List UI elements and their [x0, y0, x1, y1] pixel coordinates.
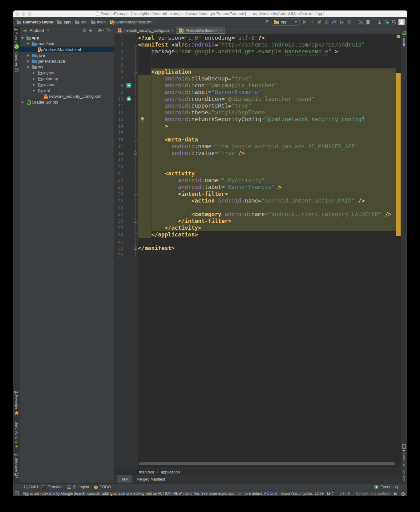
tree-item-mipmap[interactable]: mipmap — [20, 76, 114, 82]
avd-manager-button[interactable] — [364, 18, 372, 26]
bottom-tab-text[interactable]: Text — [117, 475, 132, 483]
sdk-manager-button[interactable] — [376, 18, 383, 26]
attach-debugger-button[interactable] — [338, 18, 345, 26]
profile-button[interactable] — [323, 18, 331, 26]
close-icon[interactable]: × — [171, 29, 174, 32]
tool-window-button-structure[interactable]: 7: Structure — [13, 453, 20, 480]
status-bar: App is not indexable by Google Search; c… — [13, 490, 407, 496]
navbar-item-androidmanifest-xml[interactable]: AndroidManifest.xml — [110, 19, 152, 25]
tree-collapse-icon[interactable] — [26, 60, 30, 63]
encoding-widget[interactable]: UTF-8 — [340, 490, 350, 496]
tool-window-button-gradle[interactable]: Gradle — [401, 28, 407, 48]
lock-icon[interactable] — [393, 491, 397, 496]
code-token: = — [228, 75, 232, 82]
tree-item-xml[interactable]: xml — [20, 88, 114, 93]
code-token: : — [195, 143, 198, 150]
tree-expand-icon[interactable] — [32, 89, 35, 92]
fold-end-icon[interactable] — [134, 151, 137, 155]
tree-expand-icon[interactable] — [26, 42, 30, 45]
sync-gradle-button[interactable] — [357, 18, 364, 26]
event-log-button[interactable]: 2Event Log — [374, 484, 398, 490]
tool-window-button-device-file-explorer[interactable]: Device File Explorer — [401, 442, 407, 482]
code-token: xmlns — [171, 41, 188, 48]
search-everywhere-button[interactable] — [390, 18, 398, 26]
tree-item-androidmanifest-xml[interactable]: AndroidManifest.xml — [20, 47, 114, 52]
fold-end-icon[interactable] — [134, 246, 137, 250]
fold-start-icon[interactable] — [134, 171, 137, 175]
fold-end-icon[interactable] — [134, 219, 137, 223]
code-token: <?xml — [138, 35, 158, 41]
tool-window-button-favorites[interactable]: 2: Favorites — [13, 390, 20, 417]
project-view-selector[interactable]: Android — [22, 27, 49, 34]
tree-item-manifests[interactable]: manifests — [20, 41, 114, 47]
fold-start-icon[interactable] — [134, 192, 137, 196]
tree-item-app[interactable]: app — [20, 35, 114, 41]
tree-item-network-security-config-xml[interactable]: network_security_config.xml — [20, 93, 114, 99]
navbar-item-src[interactable]: src — [75, 19, 86, 24]
tree-collapse-icon[interactable] — [32, 72, 35, 75]
navbar-item-label: main — [97, 20, 106, 24]
tree-expand-icon[interactable] — [21, 36, 24, 39]
code-token: networkSecurityConfig — [191, 116, 261, 122]
tool-window-button-project[interactable]: 1: Project — [13, 27, 20, 51]
line-number: 26 — [114, 204, 123, 211]
tool-window-button-build[interactable]: 0110Build — [23, 484, 38, 490]
intention-bulb-icon[interactable] — [140, 117, 144, 122]
gear-button[interactable] — [98, 28, 104, 33]
layout-inspector-button[interactable] — [383, 18, 390, 26]
line-number: 8 — [114, 82, 123, 89]
tree-item-values[interactable]: values — [20, 82, 114, 88]
tree-item-res[interactable]: res — [20, 64, 114, 70]
tool-window-button-6-logcat[interactable]: 6: Logcat — [67, 484, 89, 490]
locate-button[interactable] — [82, 28, 87, 32]
close-icon[interactable]: × — [220, 29, 223, 32]
tree-collapse-icon[interactable] — [21, 101, 24, 104]
tree-collapse-icon[interactable] — [26, 54, 30, 57]
run-configuration-select[interactable]: app — [272, 18, 300, 26]
launcher-round-gutter-icon[interactable] — [126, 96, 131, 101]
breadcrumb-application[interactable]: application — [161, 470, 180, 474]
fold-start-icon[interactable] — [134, 43, 137, 47]
editor[interactable]: 1234567891011121314151617181920212223242… — [114, 34, 401, 468]
tree-collapse-icon[interactable] — [32, 83, 35, 86]
code-token: : — [188, 96, 192, 102]
tool-window-button-captures[interactable]: Captures — [13, 51, 20, 74]
navbar-item-app[interactable]: app — [57, 19, 71, 24]
bottom-tab-merged-manifest[interactable]: Merged Manifest — [132, 475, 169, 483]
tree-item-layout[interactable]: layout — [20, 70, 114, 76]
context-widget[interactable]: Context: <no context> — [356, 490, 391, 496]
profiler-button[interactable] — [331, 18, 338, 26]
launcher-square-gutter-icon[interactable] — [126, 83, 131, 88]
fold-end-icon[interactable] — [134, 232, 137, 236]
fold-start-icon[interactable] — [134, 137, 137, 141]
navbar-item-main[interactable]: main — [91, 19, 106, 24]
collapse-all-button[interactable] — [89, 28, 93, 33]
tree-item-java[interactable]: java — [20, 52, 114, 58]
highlighting-level-icon[interactable] — [401, 491, 405, 496]
apply-changes-button[interactable] — [309, 18, 316, 26]
editor-tab-androidmanifest-xml[interactable]: AndroidManifest.xml× — [176, 27, 225, 34]
user-avatar-button[interactable] — [398, 18, 405, 26]
hide-panel-button[interactable] — [107, 28, 111, 32]
tool-window-button-terminal[interactable]: Terminal — [42, 484, 62, 490]
debug-button[interactable] — [316, 18, 323, 26]
tree-expand-icon[interactable] — [26, 66, 30, 69]
tree-item-label: java — [38, 53, 45, 58]
error-stripe-highlight-region[interactable] — [396, 73, 401, 236]
tree-item-gradle-scripts[interactable]: Gradle Scripts — [20, 99, 114, 105]
make-project-button[interactable] — [263, 18, 270, 26]
fold-start-icon[interactable] — [134, 70, 137, 74]
horizontal-scrollbar[interactable] — [139, 462, 395, 465]
tool-window-button-todo[interactable]: TODO — [94, 484, 111, 490]
breadcrumb-manifest[interactable]: manifest — [139, 470, 154, 474]
tree-item-generatedjava[interactable]: generatedJava — [20, 58, 114, 64]
tree-collapse-icon[interactable] — [32, 77, 35, 80]
navbar-item-bannerexample[interactable]: BannerExample — [16, 19, 53, 24]
editor-tab-network-security-config-xml[interactable]: network_security_config.xml× — [115, 27, 176, 34]
stop-button[interactable] — [345, 18, 353, 26]
fold-end-icon[interactable] — [134, 226, 137, 230]
tool-window-button-build-variants[interactable]: Build Variants — [13, 421, 20, 450]
run-button[interactable] — [301, 18, 309, 26]
caret-position-widget[interactable]: 13:69 — [315, 490, 324, 496]
line-separator-widget[interactable]: LF — [327, 490, 334, 496]
